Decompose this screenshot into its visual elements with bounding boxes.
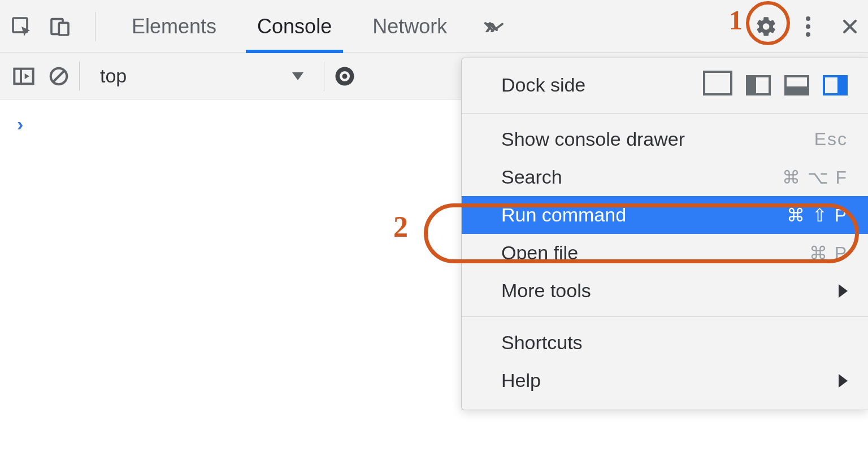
options-menu: Dock side Show console drawer Esc Search… — [461, 58, 868, 410]
toolbar-left-icons — [10, 15, 90, 38]
tab-console[interactable]: Console — [237, 0, 352, 53]
inspect-element-icon[interactable] — [10, 15, 33, 38]
dock-left-icon[interactable] — [746, 75, 771, 95]
context-selector[interactable]: top — [89, 65, 315, 87]
menu-item-label: Open file — [501, 242, 578, 264]
menu-item-label: Show console drawer — [501, 128, 685, 150]
menu-item-label: Shortcuts — [501, 332, 583, 354]
device-toggle-icon[interactable] — [49, 15, 71, 38]
toolbar-right-icons — [755, 15, 861, 38]
menu-item-shortcut: ⌘ P — [809, 242, 848, 264]
menu-item-show-console-drawer[interactable]: Show console drawer Esc — [462, 120, 868, 158]
more-options-icon[interactable] — [797, 15, 819, 38]
svg-point-3 — [806, 16, 810, 21]
submenu-arrow-icon — [839, 374, 848, 388]
console-prompt: › — [17, 113, 23, 134]
panel-tabs: Elements Console Network » — [111, 0, 514, 53]
sidebar-toggle-icon[interactable] — [12, 65, 35, 88]
filter-icon[interactable] — [333, 65, 356, 88]
context-label: top — [100, 65, 127, 87]
dock-undock-icon[interactable] — [708, 75, 732, 95]
annotation-number-2: 2 — [393, 210, 408, 244]
svg-rect-2 — [59, 23, 68, 35]
dock-side-label: Dock side — [501, 74, 585, 96]
svg-point-5 — [806, 32, 810, 37]
dock-right-icon[interactable] — [823, 75, 848, 95]
dock-side-row: Dock side — [462, 68, 868, 106]
divider — [95, 12, 96, 41]
menu-item-shortcut: Esc — [814, 129, 848, 150]
menu-item-run-command[interactable]: Run command ⌘ ⇧ P — [462, 196, 868, 234]
menu-item-label: More tools — [501, 280, 591, 302]
menu-separator — [462, 113, 868, 114]
menu-item-shortcut: ⌘ ⌥ F — [782, 167, 848, 188]
settings-icon[interactable] — [755, 15, 778, 38]
clear-console-icon[interactable] — [47, 65, 70, 88]
menu-item-label: Help — [501, 370, 541, 392]
menu-item-label: Run command — [501, 204, 626, 226]
divider — [79, 62, 80, 91]
tab-network[interactable]: Network — [352, 0, 467, 53]
menu-item-shortcuts[interactable]: Shortcuts — [462, 324, 868, 362]
svg-line-9 — [54, 71, 64, 81]
tabs-overflow-icon[interactable]: » — [467, 0, 514, 53]
svg-point-4 — [806, 24, 810, 29]
menu-separator — [462, 316, 868, 317]
menu-item-label: Search — [501, 166, 562, 188]
chevron-down-icon — [292, 72, 303, 80]
close-icon[interactable] — [839, 15, 861, 38]
menu-item-shortcut: ⌘ ⇧ P — [787, 205, 848, 226]
menu-item-search[interactable]: Search ⌘ ⌥ F — [462, 158, 868, 196]
tab-elements[interactable]: Elements — [111, 0, 237, 53]
menu-item-open-file[interactable]: Open file ⌘ P — [462, 234, 868, 272]
dock-bottom-icon[interactable] — [784, 75, 809, 95]
annotation-number-1: 1 — [729, 5, 743, 36]
submenu-arrow-icon — [839, 284, 848, 298]
divider — [324, 62, 324, 91]
svg-rect-6 — [14, 68, 33, 84]
dock-icons — [708, 75, 848, 95]
svg-point-12 — [342, 73, 348, 79]
menu-item-help[interactable]: Help — [462, 362, 868, 399]
menu-item-more-tools[interactable]: More tools — [462, 272, 868, 310]
